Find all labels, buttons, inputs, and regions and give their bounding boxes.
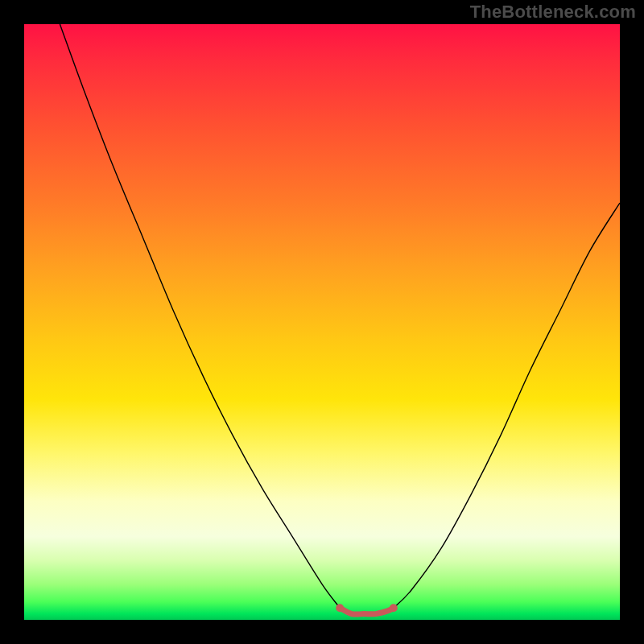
watermark-text: TheBottleneck.com <box>470 2 636 23</box>
chart-frame: TheBottleneck.com <box>0 0 644 644</box>
highlight-dot-left <box>336 604 344 612</box>
highlight-dot-right <box>390 604 398 612</box>
curve-left-branch <box>60 24 340 608</box>
chart-svg <box>24 24 620 620</box>
curve-right-branch <box>394 203 620 608</box>
valley-highlight <box>340 608 394 614</box>
chart-plot-area <box>24 24 620 620</box>
